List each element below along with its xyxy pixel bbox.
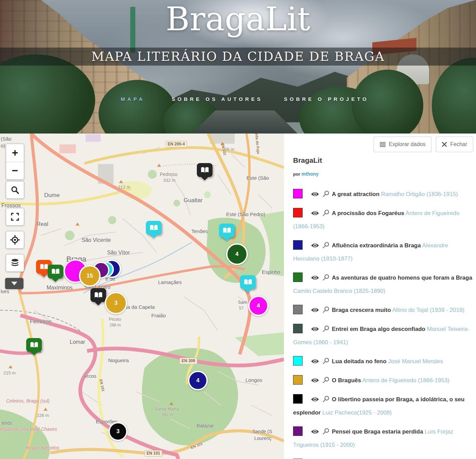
- map-label: Balazar: [197, 423, 214, 428]
- legend-item: O libertino passeia por Braga, a idolátr…: [293, 393, 473, 419]
- visibility-toggle-icon[interactable]: [311, 243, 319, 248]
- map-marker-book-pin[interactable]: [219, 224, 235, 237]
- map-marker-book-pin[interactable]: [240, 275, 256, 289]
- map-search-button[interactable]: [6, 181, 24, 199]
- map-cluster-marker[interactable]: 4: [248, 296, 269, 316]
- layer-title: A great attraction: [332, 191, 379, 197]
- fullscreen-icon: [11, 213, 19, 221]
- zoom-to-layer-icon[interactable]: [322, 306, 329, 313]
- map-cluster-marker[interactable]: 3: [105, 292, 127, 314]
- zoom-to-layer-icon[interactable]: [322, 428, 329, 435]
- map-label: Picoto: [109, 317, 121, 322]
- map-label: Arcos: [83, 373, 96, 379]
- layer-title: Entrei em Braga algo desconfiado: [332, 326, 425, 332]
- visibility-toggle-icon[interactable]: [311, 397, 319, 402]
- visibility-toggle-icon[interactable]: [311, 429, 319, 434]
- layer-color-swatch: [293, 189, 303, 198]
- cluster-count: 3: [114, 300, 117, 306]
- map-canvas[interactable]: (Sãoo)FrossosDumeRealPedroso332 m312 m35…: [0, 134, 284, 459]
- map-label: Longos: [245, 377, 262, 383]
- list-icon: [380, 142, 386, 147]
- close-panel-button[interactable]: Fechar: [436, 137, 473, 152]
- site-subtitle: MAPA LITERÁRIO DA CIDADE DE BRAGA: [0, 48, 476, 66]
- map-cluster-marker[interactable]: 4: [188, 371, 208, 390]
- map-marker-book-pin[interactable]: [197, 163, 213, 177]
- visibility-toggle-icon[interactable]: [311, 211, 319, 216]
- legend-list: A great attraction Ramalho Ortigão (1836…: [293, 188, 473, 459]
- visibility-toggle-icon[interactable]: [311, 275, 319, 280]
- close-label: Fechar: [450, 141, 467, 147]
- map-label: Tenões: [191, 228, 208, 234]
- map-marker-book-pin[interactable]: [90, 288, 106, 302]
- author-link[interactable]: Altino do Tojal (1939 - 2018): [392, 307, 464, 313]
- visibility-toggle-icon[interactable]: [311, 378, 319, 383]
- explore-data-button[interactable]: Explorar dados: [374, 137, 432, 152]
- map-cluster-marker[interactable]: 4: [226, 243, 248, 265]
- author-link[interactable]: Camilo Castelo Branco (1825-1890): [293, 288, 385, 294]
- visibility-toggle-icon[interactable]: [311, 326, 319, 332]
- map-label: Lomar: [70, 339, 85, 345]
- map-label: ta da Capela: [126, 304, 155, 310]
- map-cluster-marker[interactable]: 15: [79, 265, 101, 287]
- legend-item: O Braguês Antero de Figueiredo (1866-195…: [293, 374, 473, 387]
- map-marker-book-pin[interactable]: [48, 265, 63, 279]
- zoom-to-layer-icon[interactable]: [322, 209, 329, 216]
- author-link[interactable]: Antero de Figueiredo (1866-1953): [362, 377, 449, 384]
- map-label: Pedroso: [160, 172, 177, 177]
- zoom-to-layer-icon[interactable]: [322, 325, 329, 332]
- zoom-to-layer-icon[interactable]: [322, 190, 329, 197]
- zoom-to-layer-icon[interactable]: [322, 395, 329, 403]
- search-icon: [11, 186, 19, 194]
- layer-color-swatch: [293, 375, 303, 385]
- zoom-in-button[interactable]: +: [6, 144, 24, 162]
- layer-title: Lua deitada no feno: [332, 358, 387, 365]
- fullscreen-button[interactable]: [6, 208, 24, 226]
- map-author-link[interactable]: mthony: [302, 171, 319, 177]
- byline: por mthony: [293, 171, 473, 177]
- map-label: Sande (S: [252, 429, 272, 434]
- layer-title: Afluência extraordinária a Braga: [332, 242, 421, 249]
- map-label: 562 m: [162, 412, 173, 417]
- map-label: Dume: [44, 192, 60, 199]
- map-label: 57: [239, 306, 243, 311]
- visibility-toggle-icon[interactable]: [311, 307, 319, 313]
- zoom-to-layer-icon[interactable]: [322, 357, 329, 365]
- nav-item-mapa[interactable]: MAPA: [121, 96, 145, 102]
- map-marker-book-pin[interactable]: [146, 221, 162, 235]
- peak-triangle-icon: [44, 408, 48, 411]
- by-label: por: [293, 172, 300, 177]
- visibility-toggle-icon[interactable]: [311, 192, 319, 197]
- cluster-count: 15: [87, 272, 93, 279]
- nav-item-sobre-o-projeto[interactable]: SOBRE O PROJETO: [284, 96, 369, 102]
- layers-button[interactable]: [6, 254, 24, 272]
- legend-item: As aventuras de quatro homens que foram …: [293, 271, 473, 298]
- map-label: Nogueira: [108, 357, 129, 363]
- collapse-controls-button[interactable]: [5, 278, 23, 289]
- chevron-down-icon: [11, 282, 17, 285]
- peak-triangle-icon: [157, 164, 161, 167]
- map-label: eirós: [2, 420, 12, 426]
- layer-color-swatch: [293, 208, 303, 217]
- layer-color-swatch: [293, 240, 303, 250]
- zoom-to-layer-icon[interactable]: [322, 242, 329, 249]
- map-label: São Vicente: [82, 237, 111, 243]
- peak-triangle-icon: [220, 142, 224, 145]
- author-link[interactable]: Ramalho Ortigão (1836-1915): [381, 191, 458, 197]
- map-label: (São: [1, 136, 12, 142]
- locate-button[interactable]: [6, 231, 24, 249]
- map-cluster-marker[interactable]: 3: [108, 422, 128, 441]
- layer-color-swatch: [293, 324, 303, 333]
- zoom-to-layer-icon[interactable]: [322, 376, 329, 384]
- author-link[interactable]: Luiz Pacheco(1925 - 2008): [322, 409, 392, 416]
- database-icon: [11, 259, 19, 267]
- cluster-count: 4: [196, 377, 199, 384]
- zoom-to-layer-icon[interactable]: [322, 274, 329, 281]
- map-marker-book-pin[interactable]: [26, 338, 42, 352]
- map-label: Lamaçães: [158, 279, 182, 285]
- visibility-toggle-icon[interactable]: [311, 359, 319, 364]
- peak-triangle-icon: [169, 402, 173, 405]
- zoom-out-button[interactable]: −: [6, 162, 24, 180]
- author-link[interactable]: José Manuel Mendes: [388, 358, 443, 365]
- legend-item: A procissão dos Fogaréus Antero de Figue…: [293, 207, 473, 233]
- nav-item-sobre-os-autores[interactable]: SOBRE OS AUTORES: [172, 96, 263, 102]
